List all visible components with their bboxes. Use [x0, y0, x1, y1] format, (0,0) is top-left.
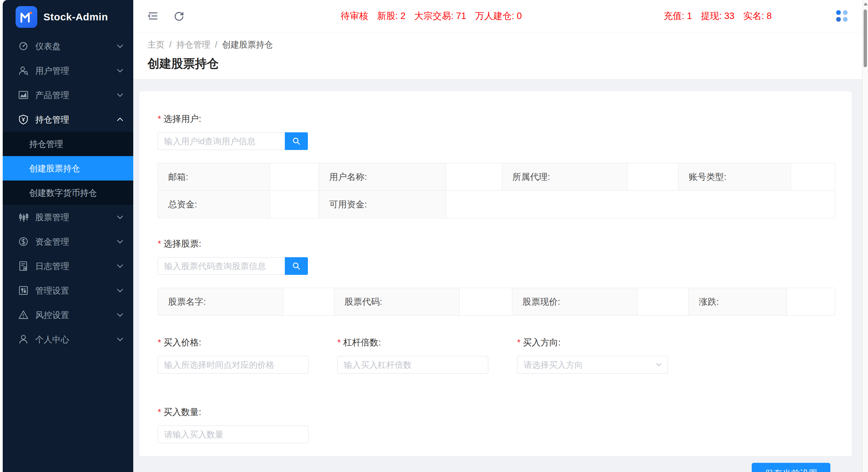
stat-pending-review: 待审核: [341, 10, 368, 22]
chevron-down-icon: [116, 239, 124, 244]
username-label: 用户名称:: [319, 163, 446, 191]
email-label: 邮箱:: [158, 163, 270, 191]
sidebar-item-position-management[interactable]: 持仓管理: [3, 107, 133, 132]
sidebar-item-label: 用户管理: [35, 65, 69, 76]
sidebar-subitem-position-management[interactable]: 持仓管理: [3, 132, 133, 156]
position-submenu: 持仓管理 创建股票持仓 创建数字货币持仓: [3, 132, 133, 205]
required-asterisk: *: [158, 114, 161, 124]
dashboard-icon: [18, 41, 29, 52]
sidebar-item-log-management[interactable]: 日志管理: [3, 254, 133, 278]
chevron-down-icon: [655, 362, 662, 367]
buy-quantity-input[interactable]: [158, 426, 309, 443]
sliders-icon: [18, 285, 29, 296]
select-stock-label: * 选择股票:: [158, 238, 835, 250]
sidebar-item-label: 资金管理: [35, 236, 69, 247]
stat-block-trades: 大宗交易: 71: [414, 10, 466, 22]
chevron-up-icon: [116, 117, 124, 122]
breadcrumb-separator: /: [215, 40, 217, 50]
scrollbar-thumb[interactable]: [864, 10, 867, 67]
submenu-label: 创建股票持仓: [29, 163, 80, 174]
sidebar-item-profile-center[interactable]: 个人中心: [3, 327, 133, 352]
submenu-label: 创建数字货币持仓: [29, 187, 97, 199]
sidebar-item-label: 个人中心: [35, 334, 69, 345]
available-funds-value: [446, 191, 835, 218]
account-type-label: 账号类型:: [678, 163, 791, 191]
table-row: 股票名字: 股票代码: 股票现价: 涨跌:: [158, 288, 835, 316]
user-search-row: [158, 132, 835, 150]
shield-yen-icon: [18, 114, 29, 125]
sidebar-item-label: 股票管理: [35, 212, 69, 223]
sidebar-item-stock-management[interactable]: 股票管理: [3, 205, 133, 229]
agent-label: 所属代理:: [502, 163, 628, 191]
product-chart-icon: [18, 90, 29, 100]
account-stats: 充值: 1 提现: 33 实名: 8: [664, 10, 772, 22]
change-value: [787, 288, 835, 316]
chevron-down-icon: [116, 215, 124, 220]
buy-price-input[interactable]: [158, 356, 309, 374]
dollar-circle-icon: [18, 236, 29, 247]
breadcrumb-separator: /: [169, 40, 172, 50]
create-position-card: * 选择用户: 邮箱: 用户名称: [139, 91, 852, 456]
chevron-down-icon: [116, 68, 124, 73]
user-id-search-input[interactable]: [158, 132, 285, 150]
required-asterisk: *: [337, 337, 341, 348]
chevron-down-icon: [116, 313, 124, 317]
scroll-up-arrow-icon[interactable]: [864, 2, 868, 5]
footer-actions: 保存当前设置: [139, 456, 852, 472]
warning-triangle-icon: [18, 309, 29, 320]
sidebar-item-product-management[interactable]: 产品管理: [3, 83, 133, 107]
sidebar-subitem-create-stock-position[interactable]: 创建股票持仓: [3, 156, 133, 181]
search-icon: [292, 136, 301, 146]
stat-new-shares: 新股: 2: [377, 10, 406, 22]
sidebar-item-admin-settings[interactable]: 管理设置: [3, 278, 133, 303]
stat-withdrawals: 提现: 33: [701, 10, 734, 22]
stat-kyc: 实名: 8: [743, 10, 772, 22]
user-info-table: 邮箱: 用户名称: 所属代理: 账号类型: 总资金: 可用资金:: [158, 163, 835, 218]
email-value: [270, 163, 319, 191]
table-row: 总资金: 可用资金:: [158, 191, 835, 218]
total-funds-value: [270, 191, 319, 218]
leverage-input[interactable]: [337, 356, 488, 374]
save-settings-button[interactable]: 保存当前设置: [752, 463, 830, 472]
stock-price-label: 股票现价:: [512, 288, 638, 316]
app-logo: Stock-Admin: [3, 0, 133, 34]
stock-code-search-input[interactable]: [158, 257, 285, 275]
total-funds-label: 总资金:: [158, 191, 270, 218]
chevron-down-icon: [116, 44, 124, 49]
stock-search-row: [158, 257, 835, 275]
breadcrumb-position-management[interactable]: 持仓管理: [176, 39, 210, 50]
app-title: Stock-Admin: [43, 11, 108, 23]
required-asterisk: *: [158, 407, 161, 417]
stock-name-label: 股票名字:: [158, 288, 283, 316]
leverage-group: * 杠杆倍数:: [337, 337, 488, 374]
stock-search-button[interactable]: [285, 257, 308, 275]
submenu-label: 持仓管理: [29, 138, 63, 150]
buy-price-group: * 买入价格:: [158, 337, 309, 374]
chevron-down-icon: [116, 288, 124, 293]
sidebar-item-dashboard[interactable]: 仪表盘: [3, 34, 133, 58]
agent-value: [628, 163, 678, 191]
breadcrumb: 主页 / 持仓管理 / 创建股票持仓: [147, 39, 868, 50]
apps-grid-icon[interactable]: [836, 10, 848, 22]
pending-stats: 待审核 新股: 2 大宗交易: 71 万人建仓: 0: [341, 10, 522, 22]
buy-direction-group: * 买入方向: 请选择买入方向: [517, 337, 668, 374]
brand-logo-icon: [16, 6, 37, 28]
search-icon: [292, 261, 301, 271]
profile-icon: [18, 334, 29, 345]
required-asterisk: *: [517, 337, 520, 348]
stock-price-value: [638, 288, 689, 316]
sidebar-subitem-create-crypto-position[interactable]: 创建数字货币持仓: [3, 181, 133, 205]
collapse-sidebar-icon[interactable]: [147, 10, 159, 22]
buy-params-row: * 买入价格: * 杠杆倍数: * 买入方向:: [158, 337, 835, 374]
user-search-button[interactable]: [285, 132, 308, 150]
sidebar-item-risk-settings[interactable]: 风控设置: [3, 303, 133, 327]
stock-code-value: [460, 288, 512, 316]
sidebar-item-label: 产品管理: [35, 90, 69, 101]
refresh-icon[interactable]: [173, 10, 185, 22]
buy-direction-label: * 买入方向:: [517, 337, 668, 348]
content: * 选择用户: 邮箱: 用户名称: [133, 79, 868, 472]
sidebar-item-user-management[interactable]: 用户管理: [3, 58, 133, 83]
buy-direction-select[interactable]: 请选择买入方向: [517, 356, 668, 374]
sidebar-item-funds-management[interactable]: 资金管理: [3, 229, 133, 254]
breadcrumb-home[interactable]: 主页: [147, 39, 164, 50]
